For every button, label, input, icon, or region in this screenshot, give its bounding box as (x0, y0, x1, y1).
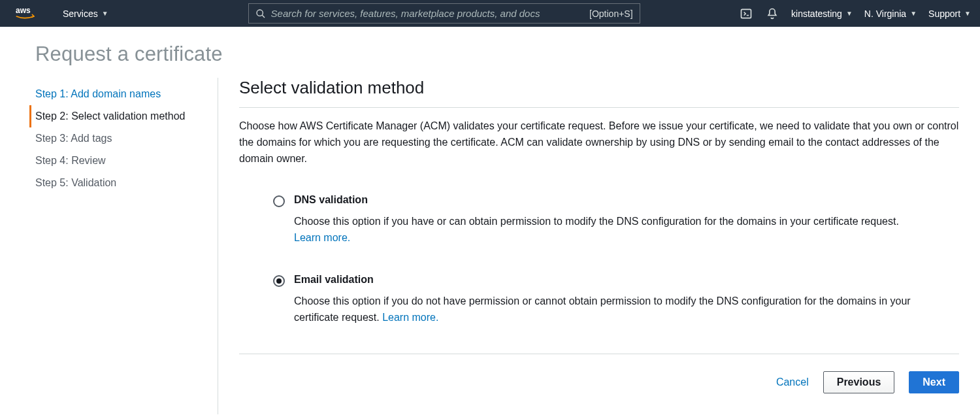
wizard-step-5: Step 5: Validation (35, 172, 218, 194)
radio-email[interactable] (273, 275, 285, 287)
option-email[interactable]: Email validation Choose this option if y… (273, 274, 959, 326)
page-body: Request a certificate Step 1: Add domain… (0, 27, 980, 414)
next-button[interactable]: Next (909, 371, 959, 393)
option-dns-desc: Choose this option if you have or can ob… (294, 214, 921, 246)
option-dns-title: DNS validation (294, 194, 921, 206)
wizard-footer: Cancel Previous Next (239, 354, 959, 414)
option-email-desc: Choose this option if you do not have pe… (294, 293, 921, 326)
validation-options: DNS validation Choose this option if you… (239, 194, 959, 325)
cloudshell-icon[interactable] (739, 7, 753, 21)
previous-button[interactable]: Previous (823, 371, 895, 393)
caret-down-icon: ▼ (964, 10, 971, 17)
notifications-icon[interactable] (765, 7, 779, 21)
section-heading: Select validation method (239, 78, 959, 108)
section-intro: Choose how AWS Certificate Manager (ACM)… (239, 118, 959, 167)
wizard-step-3: Step 3: Add tags (35, 127, 218, 150)
cancel-button[interactable]: Cancel (776, 376, 809, 388)
support-menu[interactable]: Support ▼ (928, 8, 971, 19)
region-label: N. Virginia (864, 8, 906, 19)
main-panel: Select validation method Choose how AWS … (218, 78, 959, 414)
caret-down-icon: ▼ (846, 10, 853, 17)
support-label: Support (928, 8, 960, 19)
learn-more-dns[interactable]: Learn more. (294, 232, 350, 243)
search-input[interactable] (266, 8, 589, 19)
account-label: kinstatesting (791, 8, 842, 19)
svg-point-1 (257, 10, 263, 16)
learn-more-email[interactable]: Learn more. (382, 312, 438, 323)
global-search[interactable]: [Option+S] (248, 3, 640, 24)
option-email-title: Email validation (294, 274, 921, 286)
svg-line-2 (262, 15, 265, 18)
option-dns[interactable]: DNS validation Choose this option if you… (273, 194, 959, 246)
account-menu[interactable]: kinstatesting ▼ (791, 8, 853, 19)
radio-dns[interactable] (273, 195, 285, 207)
aws-logo[interactable]: aws (0, 6, 54, 22)
wizard-steps: Step 1: Add domain names Step 2: Select … (35, 78, 218, 414)
region-menu[interactable]: N. Virginia ▼ (864, 8, 917, 19)
page-title: Request a certificate (35, 42, 959, 66)
search-shortcut: [Option+S] (589, 8, 633, 19)
top-nav: aws Services ▼ [Option+S] kinstatesting … (0, 0, 980, 27)
wizard-step-4: Step 4: Review (35, 150, 218, 172)
caret-down-icon: ▼ (102, 10, 108, 17)
search-icon (255, 8, 266, 19)
wizard-step-1[interactable]: Step 1: Add domain names (35, 83, 218, 105)
services-label: Services (63, 8, 98, 19)
services-menu[interactable]: Services ▼ (54, 0, 118, 27)
wizard-step-2[interactable]: Step 2: Select validation method (29, 105, 218, 127)
svg-text:aws: aws (16, 6, 31, 15)
nav-right: kinstatesting ▼ N. Virginia ▼ Support ▼ (739, 7, 971, 21)
caret-down-icon: ▼ (910, 10, 917, 17)
